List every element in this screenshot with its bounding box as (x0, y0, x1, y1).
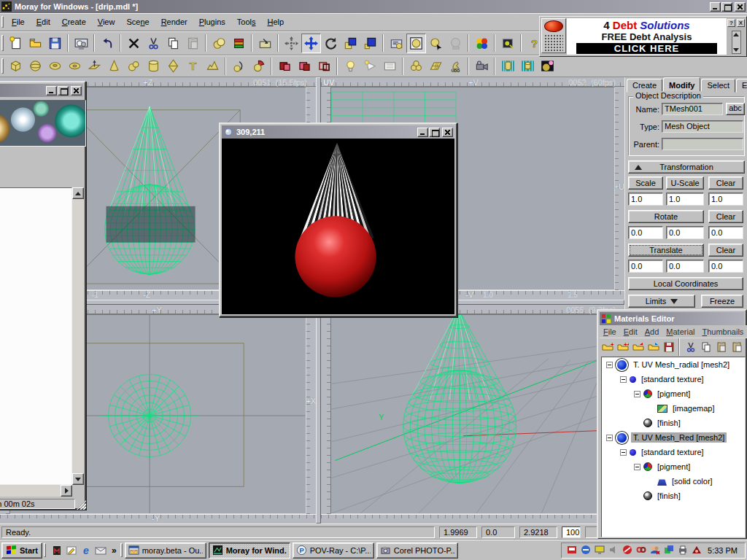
color-balls-button[interactable] (472, 34, 492, 53)
tray-6-icon[interactable] (635, 544, 648, 556)
tree-expander[interactable] (606, 435, 613, 441)
tree-item[interactable]: [finish] (602, 489, 745, 503)
torus-button[interactable] (45, 56, 65, 76)
sphere-button[interactable] (26, 56, 45, 76)
render-close-button[interactable] (442, 128, 453, 137)
tree-item[interactable]: [solid color] (602, 474, 745, 489)
translate-tool-button[interactable] (301, 34, 321, 53)
heightfield-button[interactable] (203, 56, 222, 76)
quick-transform-button[interactable] (255, 34, 275, 53)
vertical-scrollbar[interactable] (72, 187, 84, 485)
mat-new-button[interactable]: + (600, 339, 615, 354)
preview-minimize-button[interactable] (46, 86, 57, 96)
tab-select[interactable]: Select (701, 79, 735, 93)
menu-create[interactable]: Create (56, 15, 92, 28)
menu-file[interactable]: File (6, 15, 31, 28)
task-button[interactable]: Moray for Wind... (209, 542, 290, 559)
tray-3-icon[interactable] (594, 544, 606, 556)
freeze-button[interactable]: Freeze (701, 295, 743, 308)
taskbar-grip[interactable] (44, 543, 46, 557)
mat-paste-new-button[interactable] (729, 339, 744, 354)
preview-titlebar[interactable] (0, 84, 83, 97)
imagemap-preview-button[interactable] (538, 56, 557, 76)
drag-tool-button[interactable] (282, 34, 301, 53)
menu-view[interactable]: View (92, 15, 121, 28)
ql-ie-icon[interactable]: e (79, 543, 93, 558)
translate-z-field[interactable]: 0.0 (708, 260, 743, 273)
menu-plugins[interactable]: Plugins (193, 15, 231, 28)
octahedron-button[interactable] (163, 56, 183, 76)
scroll-down-button[interactable] (72, 473, 84, 485)
minimize-button[interactable] (710, 2, 721, 12)
render-minimize-button[interactable] (417, 128, 428, 137)
close-button[interactable] (735, 2, 746, 12)
csg-difference-button[interactable] (275, 56, 295, 76)
name-display-button[interactable] (387, 34, 406, 53)
limits-button[interactable]: Limits (628, 295, 695, 308)
mat-import-button[interactable] (630, 339, 646, 354)
blob-group-button[interactable] (406, 56, 426, 76)
menu-edit[interactable]: Edit (31, 15, 56, 28)
render-preview-button[interactable] (71, 34, 91, 53)
open-scene-button[interactable] (26, 34, 45, 53)
ad-scroll-spinner[interactable] (732, 31, 741, 54)
tree-expander[interactable] (620, 376, 627, 383)
rotate-x-field[interactable]: 0.0 (628, 226, 663, 239)
tree-expander[interactable] (620, 449, 627, 456)
materials-menu-thumbnails[interactable]: Thumbnails (698, 327, 747, 337)
lathe-button[interactable] (229, 56, 249, 76)
scale-clear-button[interactable]: Clear (708, 176, 743, 190)
menu-tools[interactable]: Tools (231, 15, 262, 28)
ad-body-link[interactable]: 4 Debt Solutions FREE Debt Analysis CLIC… (567, 18, 727, 55)
cube-button[interactable] (6, 56, 26, 76)
tray-9-icon[interactable] (677, 544, 689, 556)
rotate-z-field[interactable]: 0.0 (708, 226, 743, 239)
ad-scroll-up-icon[interactable] (733, 33, 739, 36)
tree-item[interactable]: [finish] (602, 416, 745, 430)
ad-close-button[interactable]: X (737, 19, 745, 27)
tree-item[interactable]: [pigment] (602, 386, 745, 401)
tab-modify[interactable]: Modify (663, 77, 700, 93)
task-button[interactable]: PPOV-Ray - C:\P... (293, 542, 374, 559)
pick-tool-button[interactable] (426, 34, 446, 53)
scale-x-field[interactable]: 1.0 (628, 192, 663, 206)
menu-grip[interactable] (1, 16, 4, 28)
horizontal-scrollbar[interactable] (0, 485, 72, 497)
mat-save-button[interactable] (661, 339, 676, 354)
resize-grip[interactable] (76, 499, 86, 510)
mat-cut-button[interactable] (683, 339, 698, 354)
ad-logo-button[interactable] (541, 18, 566, 53)
cylinder-button[interactable] (144, 56, 163, 76)
uscale-tool-button[interactable] (360, 34, 380, 53)
udo-object-button[interactable]: UDO (446, 56, 465, 76)
quicklaunch-chevron[interactable]: » (109, 545, 119, 556)
area-light-button[interactable] (380, 56, 400, 76)
undo-button[interactable] (98, 34, 117, 53)
start-button[interactable]: Start (1, 542, 42, 559)
translate-y-field[interactable]: 0.0 (666, 260, 704, 273)
ql-app-2-icon[interactable] (64, 543, 79, 558)
mesh-object-button[interactable] (426, 56, 446, 76)
zoom-field[interactable]: 100 (562, 526, 581, 538)
render-maximize-button[interactable] (429, 128, 440, 137)
copy-button[interactable] (163, 34, 183, 53)
tree-item[interactable]: [imagemap] (602, 401, 745, 416)
delete-object-button[interactable] (124, 34, 144, 53)
texture-thumbnail[interactable] (0, 100, 86, 147)
preview-maximize-button[interactable] (58, 86, 69, 96)
materials-titlebar[interactable]: Materials Editor (600, 312, 744, 325)
ad-cta-button[interactable]: CLICK HERE (576, 43, 717, 54)
render-titlebar[interactable]: 309,211 (222, 125, 454, 139)
materials-menu-file[interactable]: File (600, 327, 620, 337)
toolbar-grip-2[interactable] (1, 58, 4, 73)
rotate-clear-button[interactable]: Clear (708, 210, 743, 223)
tray-8-icon[interactable] (663, 544, 676, 556)
name-field[interactable]: TMesh001 (662, 103, 723, 115)
local-coordinates-button[interactable]: Local Coordinates (628, 277, 743, 290)
task-button[interactable]: moray.beta - Ou... (125, 542, 206, 559)
new-scene-button[interactable] (6, 34, 26, 53)
rotate-y-field[interactable]: 0.0 (666, 226, 704, 239)
transformation-header[interactable]: Transformation (628, 160, 745, 174)
disc-button[interactable] (65, 56, 85, 76)
plane-button[interactable] (85, 56, 104, 76)
